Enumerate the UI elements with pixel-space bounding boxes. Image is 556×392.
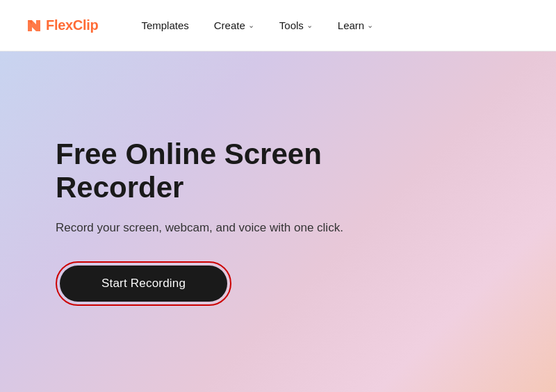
header: FlexClip Templates Create ⌄ Tools ⌄ Lear… xyxy=(0,0,556,51)
hero-title: Free Online Screen Recorder xyxy=(56,138,375,205)
cta-wrapper: Start Recording xyxy=(56,261,231,306)
create-chevron-icon: ⌄ xyxy=(248,21,254,30)
learn-chevron-icon: ⌄ xyxy=(367,21,373,30)
hero-subtitle: Record your screen, webcam, and voice wi… xyxy=(56,219,375,237)
nav-create[interactable]: Create ⌄ xyxy=(204,14,264,37)
nav-templates[interactable]: Templates xyxy=(131,14,198,37)
nav-learn[interactable]: Learn ⌄ xyxy=(328,14,383,37)
nav-tools[interactable]: Tools ⌄ xyxy=(270,14,322,37)
logo-icon xyxy=(22,15,44,37)
tools-chevron-icon: ⌄ xyxy=(306,21,313,30)
hero-section: Free Online Screen Recorder Record your … xyxy=(0,51,556,392)
main-nav: Templates Create ⌄ Tools ⌄ Learn ⌄ xyxy=(131,14,534,37)
logo-text: FlexClip xyxy=(46,17,98,33)
start-recording-button[interactable]: Start Recording xyxy=(60,266,227,302)
hero-content: Free Online Screen Recorder Record your … xyxy=(56,138,375,306)
logo[interactable]: FlexClip xyxy=(22,15,98,37)
